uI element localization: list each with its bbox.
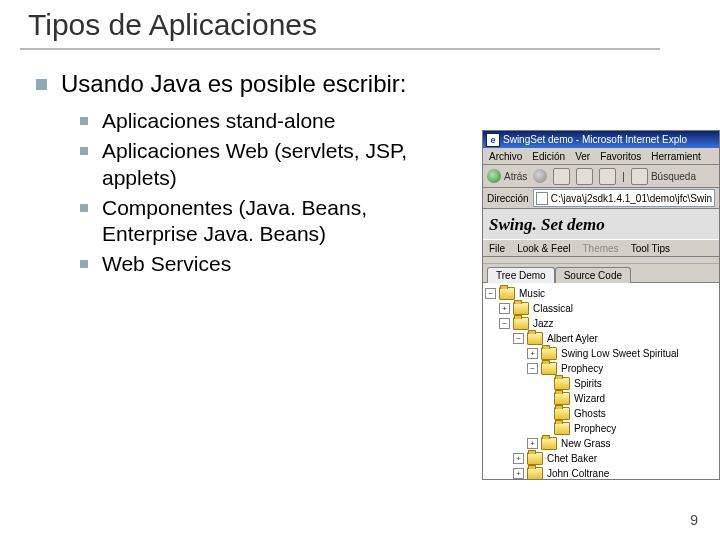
app-menu-item[interactable]: File: [489, 243, 505, 254]
folder-icon: [499, 287, 515, 300]
app-menubar: File Look & Feel Themes Tool Tips: [483, 239, 719, 257]
expand-icon[interactable]: +: [513, 453, 524, 464]
tab-source-code[interactable]: Source Code: [555, 267, 631, 283]
tree-node[interactable]: +John Coltrane: [485, 466, 717, 480]
page-number: 9: [690, 512, 698, 528]
browser-titlebar: e SwingSet demo - Microsoft Internet Exp…: [483, 131, 719, 148]
folder-icon: [527, 467, 543, 480]
address-value: C:\java\j2sdk1.4.1_01\demo\jfc\Swin: [551, 193, 712, 204]
address-bar: Dirección C:\java\j2sdk1.4.1_01\demo\jfc…: [483, 188, 719, 209]
back-label: Atrás: [504, 171, 527, 182]
folder-icon: [513, 302, 529, 315]
page-icon: [536, 192, 548, 205]
expand-icon[interactable]: +: [499, 303, 510, 314]
search-label: Búsqueda: [651, 171, 696, 182]
bullet-icon: [36, 79, 47, 90]
stop-button[interactable]: [553, 168, 570, 185]
tree-node-label: Spirits: [574, 378, 602, 389]
heading-text: Usando Java es posible escribir:: [61, 70, 407, 98]
expand-icon[interactable]: +: [513, 468, 524, 479]
tree-node[interactable]: Ghosts: [485, 406, 717, 421]
menu-item[interactable]: Favoritos: [600, 151, 641, 162]
collapse-icon[interactable]: −: [527, 363, 538, 374]
tree-node[interactable]: +Swing Low Sweet Spiritual: [485, 346, 717, 361]
browser-menubar: Archivo Edición Ver Favoritos Herramient: [483, 148, 719, 165]
tree-node[interactable]: −Jazz: [485, 316, 717, 331]
tab-bar: Tree Demo Source Code: [483, 264, 719, 282]
browser-toolbar: Atrás | Búsqueda: [483, 165, 719, 188]
folder-icon: [541, 362, 557, 375]
tree-node-label: John Coltrane: [547, 468, 609, 479]
tree-node[interactable]: +New Grass: [485, 436, 717, 451]
tree-node-label: Prophecy: [561, 363, 603, 374]
folder-icon: [554, 392, 570, 405]
tree-node[interactable]: Prophecy: [485, 421, 717, 436]
tree-node[interactable]: −Music: [485, 286, 717, 301]
bullet-icon: [80, 147, 88, 155]
tree-node[interactable]: −Prophecy: [485, 361, 717, 376]
arrow-left-icon: [487, 169, 501, 183]
menu-item[interactable]: Edición: [532, 151, 565, 162]
bullet-icon: [80, 260, 88, 268]
ie-logo-icon: e: [486, 133, 500, 147]
menu-item[interactable]: Herramient: [651, 151, 700, 162]
bullet-text: Componentes (Java. Beans, Enterprise Jav…: [102, 195, 460, 248]
tree-view[interactable]: −Music+Classical−Jazz−Albert Ayler+Swing…: [483, 282, 719, 480]
folder-icon: [554, 407, 570, 420]
browser-title-text: SwingSet demo - Microsoft Internet Explo: [503, 134, 687, 145]
tree-node-label: Prophecy: [574, 423, 616, 434]
expand-icon[interactable]: +: [527, 348, 538, 359]
tree-node-label: Wizard: [574, 393, 605, 404]
address-label: Dirección: [487, 193, 529, 204]
folder-icon: [527, 452, 543, 465]
folder-icon: [554, 377, 570, 390]
folder-icon: [541, 437, 557, 450]
folder-icon: [513, 317, 529, 330]
tree-node[interactable]: Spirits: [485, 376, 717, 391]
address-input[interactable]: C:\java\j2sdk1.4.1_01\demo\jfc\Swin: [533, 189, 715, 207]
tree-node[interactable]: +Classical: [485, 301, 717, 316]
tree-node-label: Albert Ayler: [547, 333, 598, 344]
tree-node[interactable]: +Chet Baker: [485, 451, 717, 466]
home-button[interactable]: [599, 168, 616, 185]
bullet-text: Aplicaciones Web (servlets, JSP, applets…: [102, 138, 460, 191]
slide-title: Tipos de Aplicaciones: [28, 8, 317, 42]
app-menu-item[interactable]: Look & Feel: [517, 243, 570, 254]
menu-item[interactable]: Archivo: [489, 151, 522, 162]
forward-button[interactable]: [533, 169, 547, 183]
toolbar-separator: |: [622, 171, 625, 182]
app-menu-item[interactable]: Tool Tips: [631, 243, 670, 254]
bullet-icon: [80, 117, 88, 125]
tree-node-label: Jazz: [533, 318, 554, 329]
app-title: Swing. Set demo: [483, 209, 719, 239]
screenshot-browser-window: e SwingSet demo - Microsoft Internet Exp…: [482, 130, 720, 480]
tree-node[interactable]: Wizard: [485, 391, 717, 406]
app-content: Swing. Set demo File Look & Feel Themes …: [483, 209, 719, 480]
refresh-button[interactable]: [576, 168, 593, 185]
expand-icon[interactable]: +: [527, 438, 538, 449]
bullet-text: Web Services: [102, 251, 231, 277]
title-underline: [20, 48, 660, 50]
tree-node-label: Music: [519, 288, 545, 299]
folder-icon: [554, 422, 570, 435]
collapse-icon[interactable]: −: [485, 288, 496, 299]
collapse-icon[interactable]: −: [499, 318, 510, 329]
bullet-icon: [80, 204, 88, 212]
tab-tree-demo[interactable]: Tree Demo: [487, 267, 555, 283]
search-icon: [631, 168, 648, 185]
tree-node-label: Ghosts: [574, 408, 606, 419]
tree-node[interactable]: −Albert Ayler: [485, 331, 717, 346]
tree-node-label: Swing Low Sweet Spiritual: [561, 348, 679, 359]
folder-icon: [541, 347, 557, 360]
back-button[interactable]: Atrás: [487, 169, 527, 183]
app-toolbar: [483, 257, 719, 264]
bullet-text: Aplicaciones stand-alone: [102, 108, 335, 134]
menu-item[interactable]: Ver: [575, 151, 590, 162]
tree-node-label: Classical: [533, 303, 573, 314]
tree-node-label: Chet Baker: [547, 453, 597, 464]
tree-node-label: New Grass: [561, 438, 610, 449]
search-button[interactable]: Búsqueda: [631, 168, 696, 185]
folder-icon: [527, 332, 543, 345]
app-menu-item-disabled: Themes: [583, 243, 619, 254]
collapse-icon[interactable]: −: [513, 333, 524, 344]
